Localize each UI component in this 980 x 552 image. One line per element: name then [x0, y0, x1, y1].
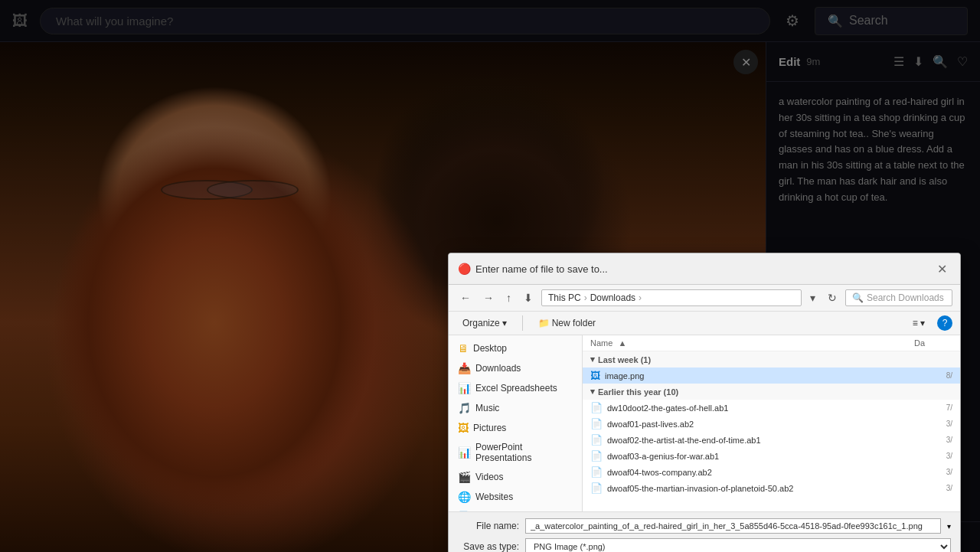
file-date-3: 3/	[914, 436, 952, 444]
dialog-title-text: Enter name of file to save to...	[475, 263, 608, 275]
dialog-search-placeholder: Search Downloads	[867, 292, 944, 303]
sidebar-websites-label: Websites	[475, 492, 513, 502]
group-chevron: ▾	[590, 354, 595, 364]
view-options-button[interactable]: ≡ ▾	[906, 315, 931, 332]
col-date-header[interactable]: Da	[914, 338, 952, 348]
doc-icon-5: 📄	[590, 466, 603, 478]
doc-icon-3: 📄	[590, 434, 603, 446]
filename-label: File name:	[458, 521, 519, 531]
excel-icon: 📊	[458, 382, 471, 394]
dialog-toolbar: Organize ▾ 📁 New folder ≡ ▾ ?	[449, 312, 960, 335]
toolbar-divider	[522, 315, 523, 331]
new-folder-button[interactable]: 📁 New folder	[532, 315, 602, 332]
ppt-icon: 📊	[458, 446, 471, 459]
dialog-close-button[interactable]: ✕	[933, 260, 951, 278]
sidebar-item-desktop[interactable]: 🖥 Desktop	[449, 338, 582, 358]
downloads-icon: 📥	[458, 362, 471, 374]
file-date-6: 3/	[914, 484, 952, 492]
sidebar-item-excel[interactable]: 📊 Excel Spreadsheets	[449, 378, 582, 398]
breadcrumb-thispc: This PC	[548, 292, 581, 303]
file-item-image-png[interactable]: 🖼 image.png 8/	[583, 367, 960, 384]
group-label: Last week (1)	[598, 355, 651, 364]
savetype-row: Save as type: PNG Image (*.png)	[458, 538, 951, 552]
group-chevron2: ▾	[590, 387, 595, 397]
file-date-5: 3/	[914, 468, 952, 476]
file-item-2[interactable]: 📄 dwoaf01-past-lives.ab2 3/	[583, 416, 960, 432]
breadcrumb-sep2: ›	[639, 292, 642, 303]
doc-icon-6: 📄	[590, 482, 603, 494]
file-name-6: dwoaf05-the-martian-invasion-of-planetoi…	[607, 484, 910, 493]
dialog-body: 🖥 Desktop 📥 Downloads 📊 Excel Spreadshee…	[449, 335, 960, 511]
sidebar-excel-label: Excel Spreadsheets	[475, 383, 557, 394]
help-button[interactable]: ?	[937, 315, 952, 331]
dialog-filelist: Name ▲ Da ▾ Last week (1) 🖼 image.png 8/…	[583, 335, 960, 511]
file-date-image-png: 8/	[914, 371, 952, 380]
sidebar-item-word[interactable]: 📄 Word Documents	[449, 507, 582, 511]
organize-label: Organize	[462, 318, 500, 328]
pictures-icon: 🖼	[458, 422, 469, 434]
save-dialog: 🔴 Enter name of file to save to... ✕ ← →…	[448, 253, 961, 552]
desktop-icon: 🖥	[458, 342, 469, 354]
organize-chevron: ▾	[502, 318, 507, 328]
file-name-1: dw10doot2-the-gates-of-hell.ab1	[607, 403, 910, 413]
filename-input[interactable]	[525, 518, 941, 534]
word-icon: 📄	[458, 511, 471, 511]
col-name-header[interactable]: Name ▲	[590, 338, 914, 348]
sidebar-desktop-label: Desktop	[473, 343, 507, 354]
sidebar-item-websites[interactable]: 🌐 Websites	[449, 487, 582, 507]
dialog-title-bar: 🔴 Enter name of file to save to... ✕	[449, 253, 960, 285]
sidebar-item-pictures[interactable]: 🖼 Pictures	[449, 418, 582, 438]
new-folder-label: New folder	[552, 318, 596, 328]
sidebar-item-powerpoint[interactable]: 📊 PowerPoint Presentations	[449, 438, 582, 467]
nav-up-button[interactable]: ↑	[502, 289, 515, 306]
file-item-3[interactable]: 📄 dwoaf02-the-artist-at-the-end-of-time.…	[583, 432, 960, 448]
image-file-icon: 🖼	[590, 370, 600, 381]
sidebar-pictures-label: Pictures	[473, 423, 506, 433]
dialog-bottom: File name: ▾ Save as type: PNG Image (*.…	[449, 511, 960, 552]
file-date-2: 3/	[914, 420, 952, 428]
file-name-4: dwoaf03-a-genius-for-war.ab1	[607, 452, 910, 461]
dialog-search-box[interactable]: 🔍 Search Downloads	[845, 289, 952, 306]
doc-icon-4: 📄	[590, 450, 603, 462]
sidebar-item-videos[interactable]: 🎬 Videos	[449, 467, 582, 487]
file-item-4[interactable]: 📄 dwoaf03-a-genius-for-war.ab1 3/	[583, 448, 960, 464]
savetype-select[interactable]: PNG Image (*.png)	[525, 538, 951, 552]
nav-back-button[interactable]: ←	[456, 289, 475, 306]
breadcrumb[interactable]: This PC › Downloads ›	[541, 289, 802, 306]
nav-refresh-button[interactable]: ↻	[824, 289, 841, 306]
sidebar-item-music[interactable]: 🎵 Music	[449, 398, 582, 418]
dialog-search-icon: 🔍	[852, 292, 864, 303]
music-icon: 🎵	[458, 402, 471, 414]
breadcrumb-sep1: ›	[584, 292, 587, 303]
file-name-5: dwoaf04-twos-company.ab2	[607, 468, 910, 477]
file-name-2: dwoaf01-past-lives.ab2	[607, 420, 910, 429]
filelist-header: Name ▲ Da	[583, 335, 960, 351]
group-label2: Earlier this year (10)	[598, 387, 678, 397]
doc-icon-1: 📄	[590, 402, 603, 413]
nav-expand-button[interactable]: ▾	[806, 289, 819, 306]
nav-forward-button[interactable]: →	[479, 289, 498, 306]
file-name-3: dwoaf02-the-artist-at-the-end-of-time.ab…	[607, 436, 910, 445]
file-date-1: 7/	[914, 403, 952, 412]
sidebar-music-label: Music	[475, 403, 499, 413]
sidebar-downloads-label: Downloads	[475, 363, 521, 374]
sidebar-videos-label: Videos	[475, 472, 503, 482]
sidebar-item-downloads[interactable]: 📥 Downloads	[449, 358, 582, 378]
sidebar-ppt-label: PowerPoint Presentations	[475, 442, 573, 463]
filename-dropdown-icon[interactable]: ▾	[947, 522, 951, 531]
file-item-6[interactable]: 📄 dwoaf05-the-martian-invasion-of-planet…	[583, 480, 960, 496]
doc-icon-2: 📄	[590, 418, 603, 430]
dialog-nav: ← → ↑ ⬇ This PC › Downloads › ▾ ↻ 🔍 Sear…	[449, 285, 960, 312]
organize-button[interactable]: Organize ▾	[456, 315, 513, 332]
sort-arrow: ▲	[618, 338, 626, 348]
file-group-earlier: ▾ Earlier this year (10)	[583, 384, 960, 400]
dialog-title: 🔴 Enter name of file to save to...	[458, 263, 608, 275]
file-item-5[interactable]: 📄 dwoaf04-twos-company.ab2 3/	[583, 464, 960, 480]
file-name-image-png: image.png	[605, 371, 910, 381]
nav-download-shortcut-button[interactable]: ⬇	[520, 289, 537, 306]
file-item-1[interactable]: 📄 dw10doot2-the-gates-of-hell.ab1 7/	[583, 400, 960, 416]
new-folder-icon: 📁	[538, 318, 550, 328]
dialog-icon: 🔴	[458, 263, 471, 275]
file-group-last-week: ▾ Last week (1)	[583, 351, 960, 367]
websites-icon: 🌐	[458, 491, 471, 503]
